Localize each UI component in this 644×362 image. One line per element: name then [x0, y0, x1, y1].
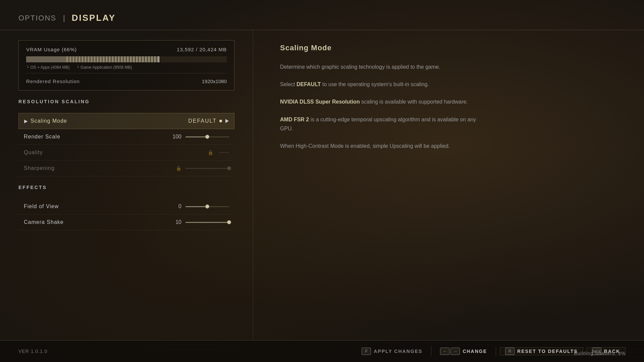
info-paragraph-2: Select DEFAULT to use the operating syst… — [280, 80, 481, 89]
vram-os-label: OS + Apps (4084 MB) — [26, 65, 70, 70]
camera-shake-track[interactable] — [185, 222, 229, 223]
resolution-scaling-heading: RESOLUTION SCALING — [18, 99, 234, 107]
bottom-bar: VER 1.0.1.0 F APPLY CHANGES ← → CHANGE R — [0, 340, 644, 362]
quality-slider-dash — [219, 152, 229, 153]
fov-value: 0 — [170, 203, 181, 209]
divider-1 — [431, 346, 431, 356]
rendered-resolution-row: Rendered Resolution 644x362 — [26, 73, 227, 84]
vram-value: 13,592 / 20,424 MB — [177, 47, 227, 52]
camera-shake-control[interactable]: 10 — [170, 219, 229, 225]
change-label: CHANGE — [463, 349, 487, 354]
render-scale-control[interactable]: 100 — [170, 134, 229, 140]
effects-list: Field of View 0 Camera Shake — [18, 199, 234, 230]
camera-shake-fill — [185, 222, 229, 223]
sharpening-thumb — [227, 166, 231, 170]
vram-label: VRAM Usage (66%) — [26, 47, 77, 52]
scaling-mode-label: Scaling Mode — [31, 118, 67, 124]
sharpening-track — [185, 168, 229, 169]
quality-row: Quality 🔒 — [18, 145, 234, 161]
effects-heading: EFFECTS — [18, 185, 234, 193]
info-title: Scaling Mode — [280, 44, 617, 52]
vram-sub-labels: OS + Apps (4084 MB) Game Application (95… — [26, 65, 227, 70]
camera-shake-row[interactable]: Camera Shake 10 — [18, 215, 234, 230]
render-scale-fill — [185, 136, 207, 137]
vram-bar — [26, 56, 227, 62]
scaling-mode-row[interactable]: ▶ Scaling Mode DEFAULT — [18, 113, 234, 129]
options-label: OPTIONS — [18, 14, 56, 22]
rendered-value: 644x362 — [202, 78, 227, 84]
version-label: VER 1.0.1.0 — [18, 349, 48, 354]
render-scale-label: Render Scale — [24, 134, 60, 140]
fov-row[interactable]: Field of View 0 — [18, 199, 234, 215]
apply-changes-label: APPLY CHANGES — [374, 349, 422, 354]
main-content: VRAM Usage (66%) 13,592 / 20,424 MB OS +… — [0, 30, 644, 340]
info-paragraph-5: When High-Contrast Mode is enabled, simp… — [280, 141, 481, 150]
vram-header: VRAM Usage (66%) 13,592 / 20,424 MB — [26, 47, 227, 52]
render-scale-thumb — [205, 135, 209, 139]
divider-2 — [496, 346, 496, 356]
render-scale-track[interactable] — [185, 136, 229, 137]
quality-label: Quality — [24, 149, 43, 156]
quality-control: 🔒 — [208, 150, 229, 155]
dropdown-dot — [219, 120, 222, 122]
fov-track[interactable] — [185, 206, 229, 207]
render-scale-row[interactable]: Render Scale 100 — [18, 129, 234, 145]
page-container: OPTIONS | DISPLAY VRAM Usage (66%) 13,59… — [0, 0, 644, 362]
scaling-mode-value: DEFAULT — [188, 118, 222, 124]
camera-shake-thumb — [227, 220, 231, 224]
sharpening-row: Sharpening 🔒 — [18, 161, 234, 176]
sharpening-fill — [185, 168, 229, 169]
change-btn[interactable]: ← → CHANGE — [435, 348, 492, 355]
header-divider: | — [63, 14, 65, 22]
fov-label: Field of View — [24, 203, 59, 209]
apply-key-icon: F — [362, 348, 371, 355]
effects-section: EFFECTS Field of View 0 — [18, 185, 234, 230]
rendered-label: Rendered Resolution — [26, 78, 80, 84]
apply-changes-btn[interactable]: F APPLY CHANGES — [357, 348, 427, 355]
vram-bar-marker — [159, 56, 159, 62]
sharpening-lock-icon: 🔒 — [176, 166, 181, 171]
info-paragraph-3: NVIDIA DLSS Super Resolution scaling is … — [280, 97, 481, 106]
display-label: DISPLAY — [72, 13, 116, 23]
sharpening-label: Sharpening — [24, 165, 55, 171]
fov-fill — [185, 206, 207, 207]
camera-shake-label: Camera Shake — [24, 219, 64, 225]
left-panel: VRAM Usage (66%) 13,592 / 20,424 MB OS +… — [0, 30, 253, 340]
vram-game-label: Game Application (9508 MB) — [76, 65, 132, 70]
render-scale-value: 100 — [170, 134, 181, 140]
fov-control[interactable]: 0 — [170, 203, 229, 209]
resolution-scaling-list: ▶ Scaling Mode DEFAULT Render Scale — [18, 113, 234, 176]
info-paragraph-4: AMD FSR 2 is a cutting-edge temporal ups… — [280, 115, 481, 133]
vram-box: VRAM Usage (66%) 13,592 / 20,424 MB OS +… — [18, 40, 234, 90]
quality-lock-icon: 🔒 — [208, 150, 213, 155]
reset-defaults-label: RESET TO DEFAULTS — [517, 349, 578, 354]
reset-defaults-btn[interactable]: R RESET TO DEFAULTS — [500, 347, 583, 355]
vram-bar-game — [66, 56, 159, 62]
dropdown-arrow-right-icon — [225, 119, 229, 123]
right-panel: Scaling Mode Determine which graphic sca… — [253, 30, 644, 340]
info-paragraph-1: Determine which graphic scaling technolo… — [280, 62, 481, 71]
change-right-key: → — [450, 348, 460, 355]
vram-bar-os — [26, 56, 66, 62]
scaling-mode-control[interactable]: DEFAULT — [188, 118, 229, 124]
camera-shake-value: 10 — [170, 219, 181, 225]
building-shaders-status: Building Shaders: 9% — [574, 351, 626, 356]
header: OPTIONS | DISPLAY — [0, 0, 644, 30]
fov-thumb — [205, 204, 209, 208]
change-key-icons: ← → — [440, 348, 460, 355]
reset-key-icon: R — [505, 348, 515, 355]
sharpening-control: 🔒 — [176, 166, 229, 171]
change-left-key: ← — [440, 348, 449, 355]
